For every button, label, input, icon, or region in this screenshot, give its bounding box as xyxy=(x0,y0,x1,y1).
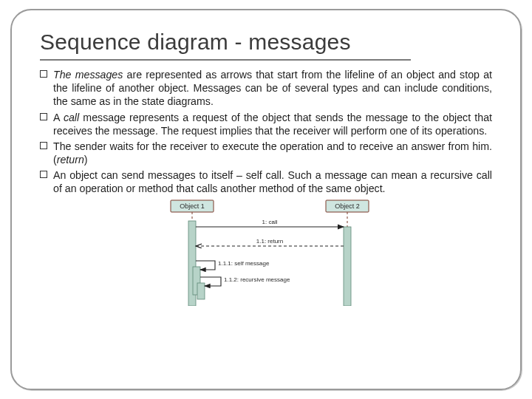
object-label: Object 1 xyxy=(180,202,205,210)
list-item: The sender waits for the receiver to exe… xyxy=(40,140,492,166)
bullet-list: The messages are represented as arrows t… xyxy=(40,68,492,196)
slide-frame: Sequence diagram - messages The messages… xyxy=(10,9,522,390)
message-label: 1.1: return xyxy=(256,238,283,245)
sequence-diagram: Object 1 Object 2 1: call 1.1: return xyxy=(40,199,492,306)
bullet-marker-icon xyxy=(40,113,47,120)
activation-bar-nested xyxy=(197,283,205,299)
diagram-svg: Object 1 Object 2 1: call 1.1: return xyxy=(151,199,381,306)
message-label: 1.1.1: self message xyxy=(218,260,270,267)
message-label: 1: call xyxy=(262,219,278,225)
text-run: A xyxy=(53,112,64,123)
italic-phrase: call xyxy=(64,112,79,123)
object-label: Object 2 xyxy=(335,202,360,210)
activation-bar xyxy=(344,227,351,306)
text-run: An object can send messages to itself – … xyxy=(53,169,492,194)
text-run: message represents a request of the obje… xyxy=(53,112,492,137)
bullet-marker-icon xyxy=(40,142,47,149)
italic-phrase: The messages xyxy=(53,69,123,81)
bullet-text: An object can send messages to itself – … xyxy=(53,168,492,195)
bullet-marker-icon xyxy=(40,171,47,178)
bullet-text: The sender waits for the receiver to exe… xyxy=(53,140,492,166)
bullet-text: The messages are represented as arrows t… xyxy=(53,68,492,109)
list-item: The messages are represented as arrows t… xyxy=(40,68,492,109)
slide-title: Sequence diagram - messages xyxy=(40,30,492,55)
bullet-text: A call message represents a request of t… xyxy=(53,111,492,137)
title-underline xyxy=(40,59,411,61)
text-run: ) xyxy=(84,154,88,166)
text-run: The sender waits for the receiver to exe… xyxy=(53,140,492,166)
list-item: An object can send messages to itself – … xyxy=(40,168,492,195)
list-item: A call message represents a request of t… xyxy=(40,111,492,137)
italic-phrase: return xyxy=(57,154,84,166)
bullet-marker-icon xyxy=(40,70,47,78)
message-label: 1.1.2: recursive message xyxy=(224,276,290,283)
